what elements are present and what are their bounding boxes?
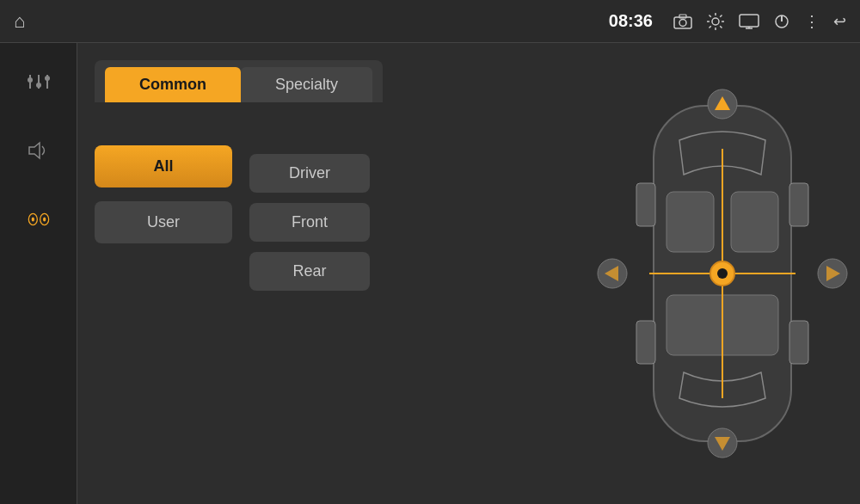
display-icon[interactable] [739, 14, 759, 29]
main-area: Common Specialty All User Driver Front R… [0, 43, 860, 504]
brightness-icon[interactable] [706, 12, 725, 31]
sidebar-item-equalizer[interactable] [17, 60, 60, 103]
left-buttons: All User [95, 145, 232, 243]
buttons-area: All User Driver Front Rear [95, 128, 568, 308]
arrow-up-button[interactable] [705, 87, 740, 121]
svg-point-22 [45, 76, 50, 81]
car-top-view [602, 80, 843, 467]
arrow-down-button[interactable] [705, 426, 740, 460]
svg-line-8 [710, 15, 711, 16]
status-right: 08:36 [609, 11, 846, 31]
svg-rect-47 [636, 321, 655, 364]
more-icon[interactable]: ⋮ [804, 12, 820, 31]
tabs-row: Common Specialty [95, 60, 383, 102]
svg-rect-38 [731, 192, 778, 252]
camera-icon[interactable] [673, 14, 692, 29]
svg-rect-37 [666, 192, 714, 252]
content-panel: Common Specialty All User Driver Front R… [77, 43, 860, 504]
arrow-right-button[interactable] [815, 256, 850, 291]
sidebar-item-speaker[interactable] [17, 198, 60, 241]
tab-specialty[interactable]: Specialty [241, 67, 372, 102]
svg-marker-23 [29, 143, 40, 158]
sidebar-item-volume[interactable] [17, 129, 60, 172]
status-time: 08:36 [609, 11, 653, 31]
control-panel: Common Specialty All User Driver Front R… [77, 43, 585, 504]
status-bar: ⌂ 08:36 [0, 0, 860, 43]
front-button[interactable]: Front [249, 203, 370, 242]
svg-line-11 [710, 26, 711, 28]
power-icon[interactable] [773, 13, 790, 30]
car-svg [602, 80, 843, 467]
svg-rect-46 [789, 183, 808, 226]
back-icon[interactable]: ↩ [833, 12, 846, 31]
rear-button[interactable]: Rear [249, 252, 370, 291]
svg-point-26 [31, 218, 34, 222]
svg-line-10 [720, 15, 722, 16]
svg-point-3 [712, 18, 719, 25]
svg-point-1 [679, 19, 686, 26]
svg-rect-45 [636, 183, 655, 226]
status-left: ⌂ [14, 10, 25, 33]
svg-point-44 [717, 268, 728, 279]
svg-point-27 [43, 218, 46, 222]
all-button[interactable]: All [95, 145, 232, 187]
user-button[interactable]: User [95, 201, 232, 243]
svg-point-20 [36, 83, 41, 88]
driver-button[interactable]: Driver [249, 154, 370, 193]
svg-line-9 [720, 26, 722, 28]
home-icon[interactable]: ⌂ [14, 10, 25, 33]
svg-rect-48 [789, 321, 808, 364]
car-diagram [585, 43, 860, 504]
tab-common[interactable]: Common [105, 67, 241, 102]
svg-point-18 [28, 77, 33, 83]
svg-rect-12 [740, 15, 759, 27]
arrow-left-button[interactable] [595, 256, 630, 291]
sidebar [0, 43, 77, 504]
right-buttons: Driver Front Rear [249, 154, 370, 291]
